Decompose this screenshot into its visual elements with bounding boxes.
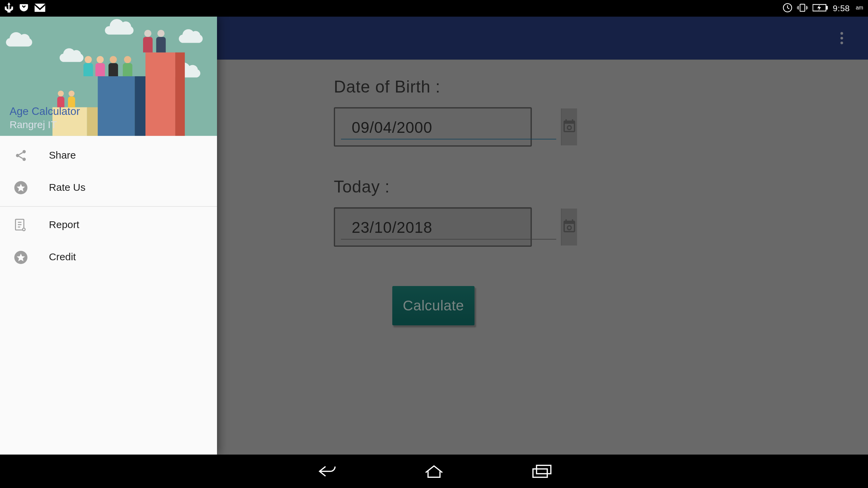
system-nav-bar (0, 455, 868, 488)
svg-point-9 (16, 154, 19, 157)
clock-icon (783, 3, 792, 14)
gmail-icon (35, 3, 45, 14)
recents-button[interactable] (529, 463, 553, 480)
person-decoration (57, 90, 64, 107)
cloud-decoration (60, 54, 83, 62)
clock-time: 9:58 (833, 4, 850, 13)
drawer-item-rate[interactable]: Rate Us (0, 171, 217, 204)
star-icon (13, 180, 29, 196)
cloud-decoration (179, 35, 202, 43)
person-decoration (83, 56, 93, 76)
person-decoration (156, 30, 166, 53)
podium-decoration (175, 53, 185, 136)
cloud-decoration (6, 38, 32, 47)
svg-point-8 (22, 150, 26, 154)
drawer-title: Age Calculator (9, 105, 80, 118)
report-icon (13, 218, 29, 233)
clock-ampm: am (856, 5, 863, 11)
drawer-item-label: Share (49, 149, 76, 161)
person-decoration (108, 56, 118, 76)
nav-drawer: Age Calculator Rangrej IT Share Rate Us (0, 17, 217, 454)
drawer-item-label: Credit (49, 251, 76, 263)
pocket-icon (19, 3, 28, 14)
svg-rect-2 (800, 4, 805, 11)
drawer-item-credit[interactable]: Credit (0, 241, 217, 273)
svg-rect-4 (826, 6, 828, 9)
drawer-item-report[interactable]: Report (0, 209, 217, 241)
podium-decoration (87, 107, 98, 136)
podium-decoration (135, 76, 145, 136)
status-bar: 9:58am (0, 0, 868, 17)
drawer-item-share[interactable]: Share (0, 139, 217, 171)
drawer-list: Share Rate Us Report (0, 136, 217, 273)
vibrate-icon (797, 3, 808, 14)
drawer-item-label: Report (49, 219, 79, 231)
svg-rect-0 (35, 3, 45, 12)
drawer-subtitle: Rangrej IT (9, 119, 57, 131)
drawer-item-label: Rate Us (49, 182, 85, 194)
person-decoration (143, 30, 153, 53)
back-button[interactable] (315, 463, 338, 480)
cloud-decoration (105, 26, 133, 35)
podium-decoration (98, 76, 135, 136)
person-decoration (68, 90, 75, 107)
home-button[interactable] (422, 463, 446, 480)
svg-rect-15 (533, 469, 547, 477)
star-icon (13, 250, 29, 265)
svg-point-10 (22, 158, 26, 161)
share-icon (13, 148, 29, 163)
usb-icon (5, 2, 13, 15)
person-decoration (95, 56, 105, 76)
person-decoration (123, 56, 132, 76)
podium-decoration (145, 53, 175, 136)
battery-charging-icon (813, 3, 828, 14)
drawer-separator (0, 206, 217, 207)
drawer-header: Age Calculator Rangrej IT (0, 17, 217, 136)
